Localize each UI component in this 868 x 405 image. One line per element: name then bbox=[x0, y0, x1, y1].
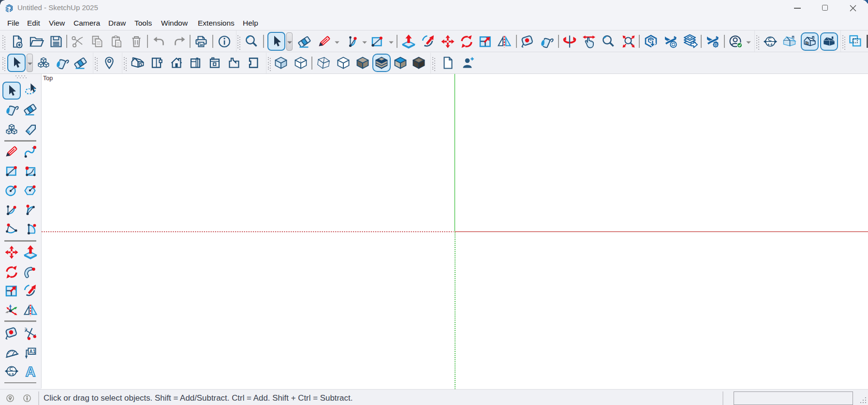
svg-text:A: A bbox=[26, 364, 36, 379]
svg-text:3: 3 bbox=[25, 327, 27, 331]
svg-text:A1: A1 bbox=[29, 349, 36, 354]
